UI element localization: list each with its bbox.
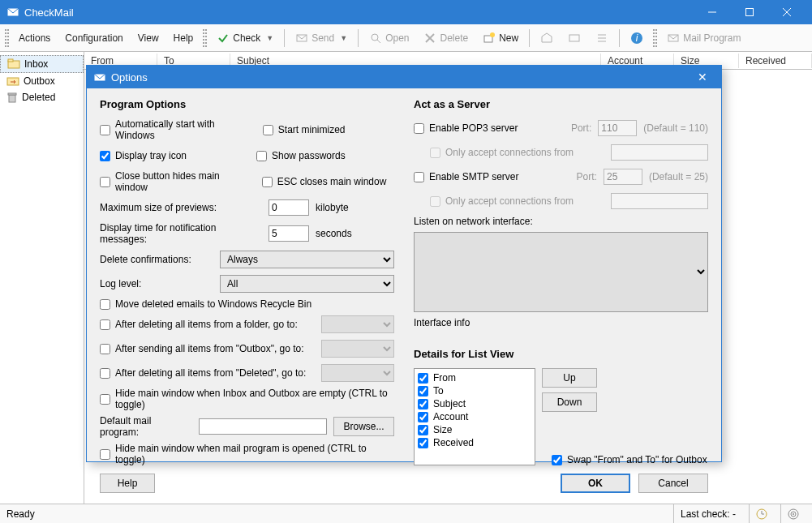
envelope-icon [568, 32, 581, 45]
svg-rect-12 [569, 35, 579, 41]
interface-info-label: Interface info [414, 317, 708, 328]
list-item[interactable]: Subject [418, 398, 531, 409]
sidebar-item-outbox[interactable]: Outbox [0, 73, 84, 89]
log-level-select[interactable]: All [220, 275, 394, 293]
sidebar-item-inbox[interactable]: Inbox [0, 55, 84, 73]
list-item[interactable]: Size [418, 424, 531, 435]
help-button[interactable]: Help [100, 474, 155, 493]
enable-smtp-checkbox[interactable]: Enable SMTP server [414, 171, 519, 182]
window-titlebar: CheckMail [0, 0, 812, 24]
mail-program-button[interactable]: Mail Program [660, 28, 747, 48]
options-dialog: Options ✕ Program Options Automatically … [86, 65, 722, 462]
pop3-default-label: (Default = 110) [643, 122, 708, 134]
toolbar-grip[interactable] [653, 29, 657, 47]
pop3-port-input [598, 120, 637, 136]
list-button[interactable] [589, 28, 615, 48]
max-preview-input[interactable] [269, 199, 309, 216]
sidebar-item-label: Outbox [24, 75, 55, 87]
folder-sidebar: Inbox Outbox Deleted [0, 52, 84, 504]
hide-when-empty-checkbox[interactable]: Hide main window when Inbox and Outbox a… [100, 388, 394, 410]
hide-on-open-checkbox[interactable]: Hide main window when mail program is op… [100, 443, 394, 465]
menu-configuration[interactable]: Configuration [58, 29, 129, 47]
info-icon: i [630, 32, 643, 45]
dialog-titlebar[interactable]: Options ✕ [87, 66, 721, 88]
mail-program-icon [667, 32, 680, 45]
toolbar-grip[interactable] [203, 29, 207, 47]
info-button[interactable]: i [624, 28, 650, 48]
svg-rect-20 [8, 59, 13, 62]
sidebar-item-deleted[interactable]: Deleted [0, 89, 84, 105]
show-passwords-checkbox[interactable]: Show passwords [256, 150, 394, 161]
details-listbox[interactable]: From To Subject Account Size Received [414, 368, 535, 465]
close-hides-checkbox[interactable]: Close button hides main window [100, 170, 249, 193]
server-heading: Act as a Server [414, 98, 708, 110]
up-button[interactable]: Up [542, 368, 597, 388]
status-text: Ready [6, 508, 667, 520]
pop3-port-label: Port: [571, 122, 591, 134]
check-button[interactable]: Check ▼ [210, 28, 280, 48]
notif-time-input[interactable] [269, 225, 309, 242]
trash-icon [6, 92, 18, 103]
after-send-outbox-checkbox[interactable]: After sending all items from "Outbox", g… [100, 343, 304, 354]
move-recycle-checkbox[interactable]: Move deleted emails to Windows Recycle B… [100, 298, 394, 310]
default-mail-input[interactable] [199, 418, 327, 435]
delete-button[interactable]: Delete [417, 28, 475, 48]
new-button[interactable]: New [476, 28, 525, 48]
listen-interface-select[interactable] [414, 232, 708, 312]
smtp-default-label: (Default = 25) [649, 171, 708, 182]
svg-point-11 [490, 32, 495, 37]
check-label: Check [233, 32, 260, 44]
auto-start-checkbox[interactable]: Automatically start with Windows [100, 118, 250, 141]
new-icon [483, 32, 496, 45]
enable-pop3-checkbox[interactable]: Enable POP3 server [414, 122, 518, 134]
open-label: Open [385, 32, 409, 44]
menubar: Actions Configuration View Help Check ▼ … [0, 24, 812, 52]
svg-point-6 [372, 34, 378, 41]
minimize-button[interactable] [694, 0, 731, 24]
after-delete-deleted-select [321, 364, 394, 382]
listen-interface-label: Listen on network interface: [414, 216, 708, 227]
after-delete-deleted-checkbox[interactable]: After deleting all items from "Deleted",… [100, 367, 306, 379]
list-item[interactable]: Account [418, 411, 531, 422]
tray-icon-checkbox[interactable]: Display tray icon [100, 150, 187, 161]
after-delete-folder-checkbox[interactable]: After deleting all items from a folder, … [100, 319, 298, 330]
dialog-title: Options [111, 71, 690, 84]
down-button[interactable]: Down [542, 392, 597, 412]
list-item[interactable]: From [418, 372, 531, 384]
cancel-button[interactable]: Cancel [638, 474, 708, 493]
close-button[interactable] [768, 0, 806, 24]
menu-help[interactable]: Help [167, 29, 200, 47]
menu-actions[interactable]: Actions [12, 29, 57, 47]
server-section: Act as a Server Enable POP3 server Port:… [414, 98, 708, 465]
max-preview-label: Maximum size of previews: [100, 202, 262, 213]
chevron-down-icon[interactable]: ▼ [340, 34, 347, 42]
open-button[interactable]: Open [363, 28, 415, 48]
envelope-button[interactable] [561, 28, 587, 48]
delete-icon [423, 32, 436, 45]
svg-text:i: i [636, 32, 638, 44]
mail-icon-button[interactable] [534, 28, 560, 48]
col-received[interactable]: Received [739, 54, 812, 68]
dialog-close-button[interactable]: ✕ [690, 66, 715, 88]
program-options-section: Program Options Automatically start with… [100, 98, 394, 465]
after-delete-folder-select [321, 315, 394, 333]
esc-closes-checkbox[interactable]: ESC closes main window [262, 176, 394, 187]
maximize-button[interactable] [731, 0, 768, 24]
chevron-down-icon[interactable]: ▼ [266, 34, 273, 42]
clock-icon[interactable] [749, 504, 774, 523]
swap-from-to-checkbox[interactable]: Swap "From" and To" for Outbox [552, 454, 708, 465]
details-heading: Details for List View [414, 348, 708, 360]
pop3-accept-from-input [611, 144, 708, 161]
send-button[interactable]: Send ▼ [289, 28, 354, 48]
list-item[interactable]: To [418, 385, 531, 397]
program-options-heading: Program Options [100, 98, 394, 110]
target-icon[interactable] [780, 504, 806, 523]
list-item[interactable]: Received [418, 437, 531, 448]
delete-conf-select[interactable]: Always [220, 251, 394, 268]
browse-button[interactable]: Browse... [333, 417, 394, 436]
menu-view[interactable]: View [131, 29, 165, 47]
check-icon [217, 32, 230, 45]
toolbar-grip[interactable] [5, 29, 9, 47]
ok-button[interactable]: OK [561, 474, 630, 493]
start-minimized-checkbox[interactable]: Start minimized [263, 124, 394, 135]
